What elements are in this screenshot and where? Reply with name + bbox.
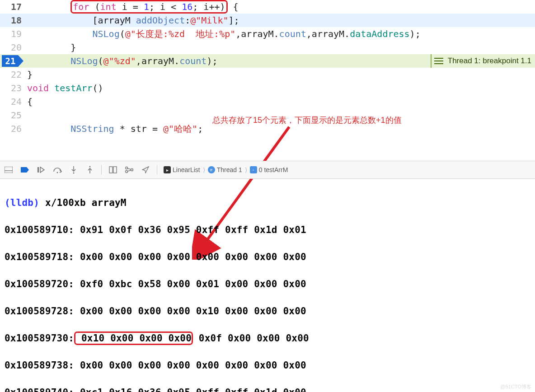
svg-point-8 — [89, 166, 91, 168]
watermark: @51CTO博客 — [501, 383, 531, 390]
breakpoints-button[interactable] — [20, 165, 30, 175]
lldb-command: x/100xb arrayM — [45, 197, 127, 208]
crumb-target: LinearList — [173, 166, 200, 173]
svg-rect-10 — [113, 167, 117, 173]
line-number: 26 — [0, 123, 27, 134]
line-number: 25 — [0, 110, 27, 121]
memory-row: 0x100589728: 0x00 0x00 0x00 0x00 0x10 0x… — [5, 304, 530, 318]
svg-point-11 — [126, 167, 128, 169]
code-text: } — [27, 42, 535, 53]
svg-rect-3 — [38, 167, 39, 173]
breakpoint-label: Thread 1: breakpoint 1.1 — [448, 56, 531, 65]
memory-row: 0x100589720: 0xf0 0xbc 0x58 0x00 0x01 0x… — [5, 277, 530, 291]
crumb-thread: Thread 1 — [217, 166, 242, 173]
step-out-button[interactable] — [85, 165, 95, 175]
chevron-right-icon: ⟩ — [244, 166, 248, 173]
memory-row: 0x100589740: 0xc1 0x16 0x36 0x95 0xff 0x… — [5, 386, 530, 392]
memory-row: 0x100589718: 0x00 0x00 0x00 0x00 0x00 0x… — [5, 250, 530, 264]
code-text: NSLog(@"长度是:%zd 地址:%p",arrayM.count,arra… — [27, 28, 535, 40]
svg-point-6 — [73, 173, 75, 174]
code-line-current: 21 NSLog(@"%zd",arrayM.count); Thread 1:… — [0, 54, 535, 68]
lldb-console[interactable]: (lldb) x/100xb arrayM 0x100589710: 0x91 … — [0, 179, 535, 392]
highlighted-bytes: 0x10 0x00 0x00 0x00 — [74, 331, 193, 345]
svg-point-12 — [126, 171, 128, 173]
location-button[interactable] — [141, 165, 150, 175]
annotation-text: 总共存放了15个元素，下面显示的是元素总数+1的值 — [212, 115, 402, 126]
separator — [157, 165, 157, 175]
memory-row: 0x100589738: 0x00 0x00 0x00 0x00 0x00 0x… — [5, 359, 530, 372]
line-number: 24 — [0, 96, 27, 107]
code-line: 20 } — [0, 41, 535, 54]
svg-line-15 — [127, 170, 131, 171]
execution-pointer: 21 — [0, 54, 27, 68]
code-editor[interactable]: 17 for (int i = 1; i < 16; i++) { 18 [ar… — [0, 0, 535, 161]
crumb-frame: 0 testArrM — [259, 166, 288, 173]
separator — [101, 165, 102, 175]
code-line: 23 void testArr() — [0, 81, 535, 95]
lldb-prompt: (lldb) — [5, 197, 45, 208]
code-text: for (int i = 1; i < 16; i++) { — [27, 1, 535, 12]
code-text: { — [27, 96, 535, 107]
debug-breadcrumb[interactable]: ▸ LinearList ⟩ ≡ Thread 1 ⟩ ▫ 0 testArrM — [164, 166, 288, 173]
code-text: [arrayM addObject:@"Milk"]; — [27, 15, 535, 26]
memory-graph-button[interactable] — [124, 165, 134, 175]
svg-rect-9 — [109, 167, 113, 173]
chevron-right-icon: ⟩ — [202, 166, 206, 173]
terminal-icon: ▸ — [164, 166, 171, 173]
continue-button[interactable] — [36, 165, 46, 175]
code-text: void testArr() — [27, 83, 535, 93]
code-line: 18 [arrayM addObject:@"Milk"]; — [0, 14, 535, 27]
debug-toolbar: ▸ LinearList ⟩ ≡ Thread 1 ⟩ ▫ 0 testArrM — [0, 161, 535, 179]
step-into-button[interactable] — [69, 165, 79, 175]
memory-row: 0x100589710: 0x91 0x0f 0x36 0x95 0xff 0x… — [5, 223, 530, 237]
line-number: 20 — [0, 42, 27, 53]
list-icon — [434, 58, 443, 64]
code-line: 22 } — [0, 68, 535, 81]
line-number: 19 — [0, 28, 27, 39]
frame-icon: ▫ — [250, 166, 257, 173]
breakpoint-badge[interactable]: Thread 1: breakpoint 1.1 — [431, 54, 535, 68]
code-line: 17 for (int i = 1; i < 16; i++) { — [0, 0, 535, 14]
line-number: 17 — [0, 1, 27, 12]
memory-row: 0x100589730: 0x10 0x00 0x00 0x00 0x0f 0x… — [5, 331, 530, 345]
svg-line-14 — [127, 168, 131, 169]
toggle-console-button[interactable] — [4, 165, 14, 175]
debug-view-button[interactable] — [108, 165, 118, 175]
code-text: } — [27, 69, 535, 80]
console-line: (lldb) x/100xb arrayM — [5, 196, 530, 210]
svg-point-13 — [131, 169, 133, 171]
thread-icon: ≡ — [208, 166, 215, 173]
svg-point-4 — [57, 172, 58, 173]
svg-rect-1 — [5, 167, 13, 173]
line-number: 18 — [0, 15, 27, 26]
step-over-button[interactable] — [52, 165, 62, 175]
code-line: 19 NSLog(@"长度是:%zd 地址:%p",arrayM.count,a… — [0, 27, 535, 41]
code-line: 24 { — [0, 95, 535, 108]
